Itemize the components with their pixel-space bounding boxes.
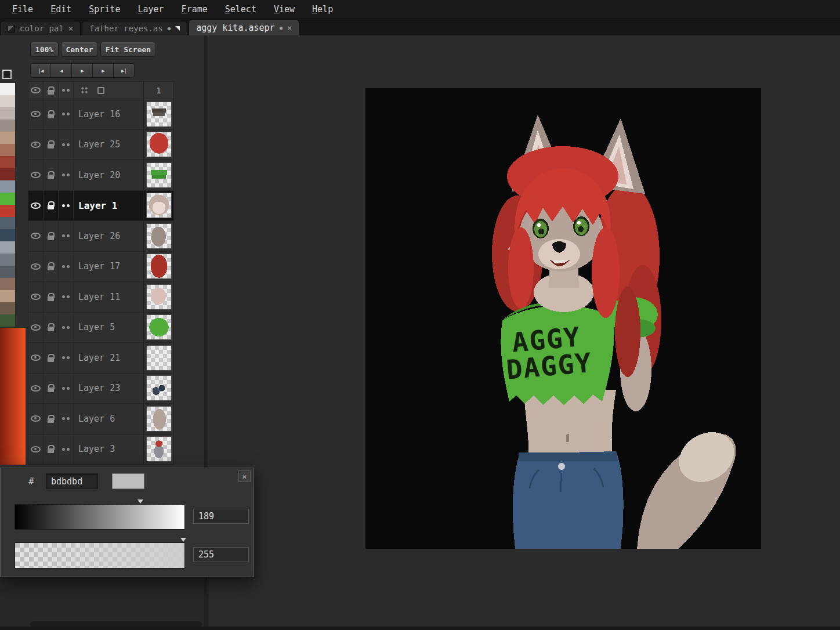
layer-row[interactable]: Layer 5: [28, 313, 173, 343]
linked-cels-icon[interactable]: [62, 143, 65, 146]
menu-file[interactable]: File: [3, 4, 42, 15]
layer-row[interactable]: Layer 11: [28, 282, 173, 313]
value-slider-marker-icon[interactable]: [137, 499, 143, 504]
palette-swatch[interactable]: [0, 217, 15, 229]
play-button[interactable]: ▶: [72, 63, 93, 78]
visibility-header-eye-icon[interactable]: [31, 87, 41, 93]
alpha-input[interactable]: [193, 547, 249, 562]
alpha-slider[interactable]: [15, 542, 185, 569]
tab-aggy-kita[interactable]: aggy kita.asepr ● ×: [189, 19, 299, 35]
lock-icon[interactable]: [48, 175, 54, 179]
layer-row[interactable]: Layer 6: [28, 404, 173, 435]
menu-edit[interactable]: Edit: [42, 4, 80, 15]
cel-options-icon[interactable]: [97, 87, 104, 94]
palette-swatch[interactable]: [0, 193, 15, 205]
palette-swatch[interactable]: [0, 266, 15, 278]
menu-frame[interactable]: Frame: [173, 4, 216, 15]
palette-swatch[interactable]: [0, 290, 15, 302]
visibility-eye-icon[interactable]: [31, 385, 41, 392]
palette-swatch[interactable]: [0, 205, 15, 217]
layer-name[interactable]: Layer 23: [74, 383, 143, 393]
linked-cels-icon[interactable]: [62, 234, 65, 237]
onion-skin-icon[interactable]: [81, 86, 88, 94]
visibility-eye-icon[interactable]: [31, 233, 41, 239]
palette-swatch[interactable]: [0, 95, 15, 107]
lock-icon[interactable]: [48, 144, 54, 149]
linked-cels-icon[interactable]: [62, 265, 65, 268]
tab-close-icon[interactable]: ×: [287, 23, 292, 32]
cel-thumbnail[interactable]: [143, 435, 173, 465]
lock-icon[interactable]: [48, 266, 54, 270]
palette-swatch[interactable]: [0, 144, 15, 156]
continuous-header-icon[interactable]: [62, 89, 65, 92]
first-frame-button[interactable]: |◀: [30, 63, 51, 78]
cel-thumbnail[interactable]: [143, 221, 173, 251]
lock-header-icon[interactable]: [48, 90, 54, 95]
linked-cels-icon[interactable]: [62, 113, 65, 115]
tab-close-icon[interactable]: ×: [68, 24, 73, 33]
visibility-eye-icon[interactable]: [31, 263, 41, 270]
dialog-close-button[interactable]: ×: [238, 470, 251, 482]
last-frame-button[interactable]: ▶|: [114, 63, 135, 78]
layer-name[interactable]: Layer 17: [74, 261, 143, 271]
layer-row[interactable]: Layer 17: [28, 252, 173, 283]
cel-thumbnail[interactable]: [143, 313, 173, 343]
palette-swatch[interactable]: [0, 278, 15, 290]
linked-cels-icon[interactable]: [62, 356, 65, 359]
menu-select[interactable]: Select: [216, 4, 265, 15]
cel-thumbnail[interactable]: [143, 252, 173, 282]
cel-thumbnail[interactable]: [143, 99, 173, 129]
color-gradient-block[interactable]: [0, 328, 26, 465]
visibility-eye-icon[interactable]: [31, 294, 41, 300]
sprite-canvas[interactable]: AGGY DAGGY: [365, 88, 761, 549]
linked-cels-icon[interactable]: [62, 204, 65, 207]
linked-cels-icon[interactable]: [62, 448, 65, 451]
layer-name[interactable]: Layer 1: [74, 200, 143, 211]
tab-father-reyes[interactable]: father reyes.as ●: [82, 21, 187, 35]
palette-swatch[interactable]: [0, 156, 15, 168]
layer-row[interactable]: Layer 25: [28, 130, 173, 161]
lock-icon[interactable]: [48, 388, 54, 392]
layer-row[interactable]: Layer 16: [28, 99, 173, 130]
palette-swatch[interactable]: [0, 302, 15, 314]
cel-thumbnail[interactable]: [143, 374, 173, 404]
visibility-eye-icon[interactable]: [31, 415, 41, 422]
palette-swatch[interactable]: [0, 107, 15, 120]
layer-row[interactable]: Layer 23: [28, 374, 173, 404]
layer-row-selected[interactable]: Layer 1: [28, 191, 173, 222]
fit-screen-button[interactable]: Fit Screen: [100, 42, 156, 57]
cel-thumbnail[interactable]: [143, 130, 173, 160]
linked-cels-icon[interactable]: [62, 295, 65, 298]
cel-thumbnail[interactable]: [143, 404, 173, 434]
lock-icon[interactable]: [48, 114, 54, 118]
value-slider[interactable]: [15, 504, 185, 530]
linked-cels-icon[interactable]: [62, 173, 65, 176]
lock-icon[interactable]: [48, 327, 54, 331]
tab-color-pal[interactable]: color pal ×: [0, 21, 81, 35]
visibility-eye-icon[interactable]: [31, 111, 41, 117]
palette-swatch[interactable]: [0, 168, 15, 180]
visibility-eye-icon[interactable]: [31, 172, 41, 178]
layer-row[interactable]: Layer 21: [28, 343, 173, 374]
palette-swatch[interactable]: [0, 83, 15, 95]
palette-swatch[interactable]: [0, 314, 15, 327]
prev-frame-button[interactable]: ◀: [51, 63, 72, 78]
lock-icon[interactable]: [48, 296, 54, 301]
frame-number-header[interactable]: 1: [143, 82, 173, 99]
visibility-eye-icon[interactable]: [31, 354, 41, 361]
linked-cels-icon[interactable]: [62, 326, 65, 329]
value-input[interactable]: [193, 509, 249, 524]
cel-thumbnail[interactable]: [143, 160, 173, 190]
alpha-slider-marker-icon[interactable]: [180, 538, 186, 542]
palette-swatch[interactable]: [0, 229, 15, 241]
lock-icon[interactable]: [48, 236, 54, 240]
menu-sprite[interactable]: Sprite: [80, 4, 129, 15]
layer-name[interactable]: Layer 11: [74, 292, 143, 302]
visibility-eye-icon[interactable]: [31, 324, 41, 331]
layer-name[interactable]: Layer 3: [74, 444, 143, 454]
lock-icon[interactable]: [48, 448, 54, 453]
linked-cels-icon[interactable]: [62, 387, 65, 390]
cel-thumbnail[interactable]: [143, 191, 173, 221]
visibility-eye-icon[interactable]: [31, 142, 41, 148]
layer-name[interactable]: Layer 21: [74, 353, 143, 363]
